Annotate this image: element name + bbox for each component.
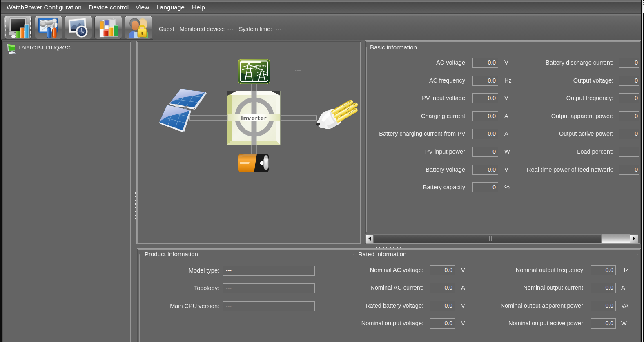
svg-text:Inverter: Inverter xyxy=(241,114,267,121)
svg-text:---: --- xyxy=(295,67,301,73)
